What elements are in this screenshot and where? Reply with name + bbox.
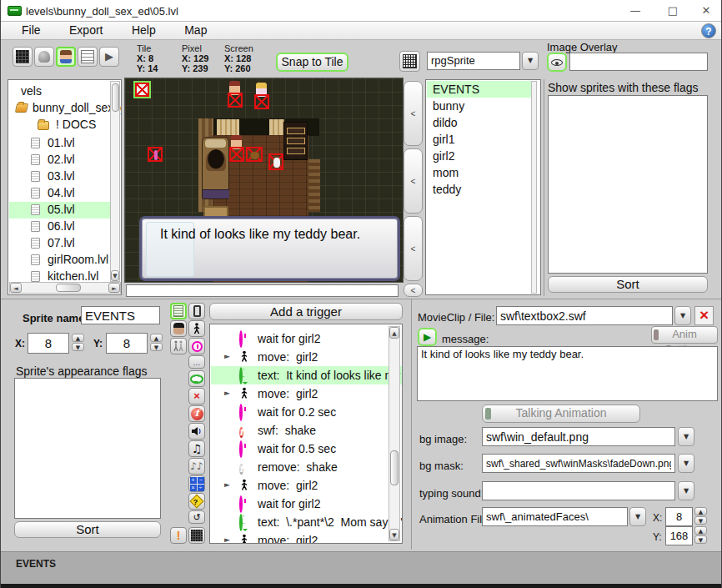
- add-trigger-button[interactable]: Add a trigger: [209, 303, 403, 320]
- trigger-row[interactable]: fswf: shake: [211, 421, 389, 440]
- trigger-row-selected[interactable]: text: It kind of looks like my te: [211, 366, 402, 384]
- anim-y-stepper[interactable]: ▲▼: [694, 526, 707, 545]
- math-tool-button[interactable]: +−×÷: [188, 475, 205, 492]
- trigger-scroll-thumb[interactable]: [390, 450, 399, 485]
- maximize-button[interactable]: □: [660, 3, 685, 19]
- tree-item-07[interactable]: 07.lvl: [48, 236, 75, 249]
- flags-filter-list[interactable]: [548, 95, 708, 274]
- appearance-flags-list[interactable]: [14, 378, 161, 519]
- tree-item-girlroom[interactable]: girlRoom.lvl: [48, 253, 108, 266]
- sprite-list-scrollbar[interactable]: [531, 81, 537, 294]
- sprite-list-item-girl2[interactable]: girl2: [433, 149, 454, 163]
- bg-image-dropdown-button[interactable]: ▼: [678, 427, 694, 446]
- spin-up-icon[interactable]: ▲: [150, 334, 163, 342]
- walk-tool-button[interactable]: [188, 320, 205, 337]
- sprite-name-input[interactable]: [81, 306, 160, 324]
- tree-item-04[interactable]: 04.lvl: [48, 186, 75, 199]
- collapse-button-2[interactable]: <: [404, 148, 423, 214]
- map-marker-girl2[interactable]: [254, 94, 269, 109]
- sprite-list-item-dildo[interactable]: dildo: [433, 116, 458, 129]
- bg-mask-dropdown-button[interactable]: ▼: [678, 454, 694, 473]
- clear-movieclip-button[interactable]: ×: [694, 306, 714, 325]
- help-icon[interactable]: ?: [701, 23, 716, 38]
- sprite-x-stepper[interactable]: ▲▼: [72, 334, 84, 352]
- movieclip-input[interactable]: [496, 306, 673, 325]
- trigger-row[interactable]: wait for girl2: [211, 495, 389, 513]
- appearance-flags-sort-button[interactable]: Sort: [14, 521, 161, 538]
- loop-tool-button[interactable]: ↺: [188, 510, 205, 524]
- snap-to-tile-button[interactable]: Snap to Tile: [276, 53, 348, 72]
- more-tool-button[interactable]: ...: [188, 355, 205, 369]
- trigger-row[interactable]: ►move: girl2: [211, 348, 389, 366]
- tree-item-levels[interactable]: vels: [21, 84, 42, 98]
- sprite-x-input[interactable]: [28, 333, 69, 354]
- trigger-row[interactable]: ►move: girl2: [211, 531, 389, 544]
- anim-settings-button[interactable]: Anim Settings: [651, 326, 718, 344]
- play-message-button[interactable]: ▶: [418, 328, 437, 346]
- tree-item-02[interactable]: 02.lvl: [48, 153, 75, 166]
- sprite-y-input[interactable]: [106, 333, 148, 354]
- menu-file[interactable]: File: [22, 22, 41, 37]
- animation-file-dropdown-button[interactable]: ▼: [629, 507, 646, 526]
- map-marker-girl1[interactable]: [228, 93, 243, 108]
- collapse-button-4[interactable]: <: [404, 284, 423, 297]
- menu-map[interactable]: Map: [184, 22, 207, 37]
- tilegrid-tool-button[interactable]: [188, 527, 205, 544]
- tile-mode-button[interactable]: [13, 47, 33, 67]
- spin-down-icon[interactable]: ▼: [694, 535, 707, 544]
- map-sprite-events[interactable]: [135, 83, 149, 97]
- anim-x-input[interactable]: [665, 507, 693, 526]
- tree-item-docs[interactable]: ! DOCS: [56, 118, 96, 131]
- text-tool-button[interactable]: [188, 370, 205, 387]
- spin-up-icon[interactable]: ▲: [72, 334, 84, 342]
- tree-item-bunny-doll[interactable]: bunny_doll_sex_e: [33, 101, 122, 114]
- typing-sound-input[interactable]: [482, 481, 675, 500]
- tree-vscrollbar[interactable]: ▼: [110, 81, 120, 282]
- trigger-scroll-down-icon[interactable]: ▼: [389, 529, 399, 540]
- close-button[interactable]: ✕: [694, 3, 719, 19]
- music2-tool-button[interactable]: ♪♪: [188, 458, 205, 475]
- map-marker-mom[interactable]: [229, 147, 244, 162]
- menu-help[interactable]: Help: [132, 22, 156, 37]
- device-tool-button[interactable]: [188, 303, 205, 319]
- message-textarea[interactable]: It kind of looks like my teddy bear.: [417, 346, 718, 401]
- bg-mask-input[interactable]: [482, 454, 675, 473]
- minimize-button[interactable]: —: [623, 3, 648, 19]
- spin-down-icon[interactable]: ▼: [72, 343, 84, 351]
- movieclip-dropdown-button[interactable]: ▼: [674, 306, 691, 325]
- condition-tool-button[interactable]: ?: [188, 493, 205, 510]
- sprite-type-dropdown-button[interactable]: ▼: [522, 52, 539, 70]
- trigger-row[interactable]: text: \.*pant*\2 Mom says I'm: [211, 513, 389, 531]
- trigger-row[interactable]: ►move: girl2: [211, 384, 389, 403]
- trigger-scroll-up-icon[interactable]: ▲: [389, 327, 399, 339]
- remove-tool-button[interactable]: ×: [188, 388, 205, 405]
- sprite-mode-button[interactable]: [56, 47, 76, 67]
- menu-export[interactable]: Export: [69, 22, 103, 37]
- trigger-row[interactable]: fremove: shake: [211, 458, 389, 476]
- animation-file-input[interactable]: [482, 507, 628, 526]
- overlay-visibility-button[interactable]: [547, 53, 567, 72]
- tree-hscroll-thumb[interactable]: [56, 284, 81, 292]
- map-hscroll-strip[interactable]: [126, 284, 399, 297]
- spin-up-icon[interactable]: ▲: [694, 526, 707, 535]
- expand-arrow-icon[interactable]: ►: [224, 535, 230, 544]
- trigger-row[interactable]: wait for 0.2 sec: [211, 403, 389, 421]
- spin-down-icon[interactable]: ▼: [694, 516, 707, 525]
- list-mode-button[interactable]: [78, 47, 98, 67]
- map-marker-dildo[interactable]: [148, 147, 163, 162]
- tree-item-01[interactable]: 01.lvl: [48, 136, 75, 149]
- anim-x-stepper[interactable]: ▲▼: [694, 507, 707, 525]
- play-button[interactable]: ▶: [99, 47, 119, 67]
- tree-item-06[interactable]: 06.lvl: [48, 219, 75, 233]
- map-canvas[interactable]: It kind of looks like my teddy bear.: [124, 78, 404, 283]
- spin-up-icon[interactable]: ▲: [694, 507, 707, 515]
- trigger-scrollbar[interactable]: ▲ ▼: [389, 326, 400, 541]
- expand-arrow-icon[interactable]: ►: [224, 352, 230, 360]
- sprite-list-item-mom[interactable]: mom: [433, 166, 459, 179]
- trigger-row[interactable]: wait for 0.5 sec: [211, 440, 389, 458]
- image-overlay-input[interactable]: [569, 53, 708, 71]
- flags-filter-sort-button[interactable]: Sort: [548, 276, 708, 293]
- typing-sound-dropdown-button[interactable]: ▼: [678, 481, 694, 500]
- script-tool-button[interactable]: [170, 303, 187, 319]
- overlay-grid-button[interactable]: [399, 51, 420, 72]
